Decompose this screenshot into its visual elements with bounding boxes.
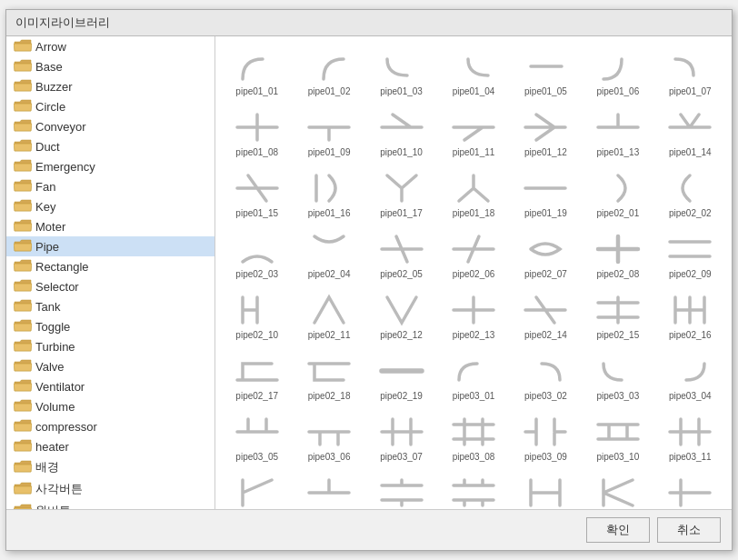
sidebar-item-ventilator[interactable]: Ventilator: [6, 376, 214, 396]
sidebar-item-key[interactable]: Key: [6, 196, 214, 216]
sidebar-item-label: 배경: [35, 459, 59, 475]
pipe-icon-image: [446, 109, 501, 145]
icon-cell-pipe03_15[interactable]: pipe03_15: [439, 470, 507, 509]
icon-label: pipe03_03: [596, 391, 639, 401]
sidebar-item-emergency[interactable]: Emergency: [6, 156, 214, 176]
icon-cell-pipe03_06[interactable]: pipe03_06: [294, 409, 363, 466]
sidebar-item-compressor[interactable]: compressor: [6, 416, 214, 436]
icon-cell-pipe02_05[interactable]: pipe02_05: [367, 226, 435, 284]
icon-cell-pipe03_16[interactable]: pipe03_16: [512, 470, 580, 509]
icon-cell-pipe02_03[interactable]: pipe02_03: [223, 226, 291, 284]
sidebar-item-rectangle[interactable]: Rectangle: [6, 256, 214, 276]
icon-cell-pipe03_14[interactable]: pipe03_14: [367, 470, 435, 509]
icon-cell-pipe03_13[interactable]: pipe03_13: [294, 470, 363, 509]
icon-cell-pipe01_08[interactable]: pipe01_08: [223, 105, 291, 162]
pipe-icon-image: [663, 414, 717, 450]
sidebar-item-bg[interactable]: 배경: [6, 456, 214, 478]
pipe-shape-svg: [234, 111, 281, 144]
sidebar-item-turbine[interactable]: Turbine: [6, 336, 214, 356]
icon-cell-pipe02_04[interactable]: pipe02_04: [294, 226, 363, 284]
sidebar-item-fan[interactable]: Fan: [6, 176, 214, 196]
icon-cell-pipe01_19[interactable]: pipe01_19: [512, 165, 580, 223]
icon-cell-pipe01_06[interactable]: pipe01_06: [583, 44, 652, 101]
sidebar-item-pipe[interactable]: Pipe: [6, 236, 214, 256]
sidebar-item-label: Conveyor: [35, 120, 86, 134]
icon-cell-pipe03_12[interactable]: pipe03_12: [223, 470, 291, 509]
icon-cell-pipe03_02[interactable]: pipe03_02: [512, 348, 580, 405]
icon-cell-pipe03_01[interactable]: pipe03_01: [439, 348, 507, 405]
icon-cell-pipe02_01[interactable]: pipe02_01: [583, 165, 652, 223]
icon-cell-pipe02_13[interactable]: pipe02_13: [439, 287, 507, 345]
pipe-icon-image: [374, 475, 429, 509]
icon-cell-pipe02_07[interactable]: pipe02_07: [512, 226, 580, 284]
icon-cell-pipe02_09[interactable]: pipe02_09: [656, 226, 724, 284]
icon-cell-pipe03_05[interactable]: pipe03_05: [223, 409, 291, 466]
sidebar-item-arrow[interactable]: Arrow: [6, 36, 214, 56]
icon-label: pipe01_17: [380, 208, 423, 218]
icon-cell-pipe01_05[interactable]: pipe01_05: [512, 44, 580, 101]
icon-cell-pipe02_06[interactable]: pipe02_06: [439, 226, 507, 284]
confirm-button[interactable]: 확인: [586, 517, 650, 543]
sidebar-item-selector[interactable]: Selector: [6, 276, 214, 296]
icon-cell-pipe03_04[interactable]: pipe03_04: [656, 348, 724, 405]
icon-cell-pipe03_03[interactable]: pipe03_03: [583, 348, 652, 405]
sidebar-item-base[interactable]: Base: [6, 56, 214, 76]
icon-cell-pipe03_10[interactable]: pipe03_10: [583, 409, 652, 466]
icon-cell-pipe02_14[interactable]: pipe02_14: [512, 287, 580, 345]
icon-label: pipe02_04: [308, 269, 351, 279]
icon-cell-pipe02_16[interactable]: pipe02_16: [656, 287, 724, 345]
icon-cell-pipe01_02[interactable]: pipe01_02: [294, 44, 363, 101]
icon-cell-pipe02_17[interactable]: pipe02_17: [223, 348, 291, 405]
icon-cell-pipe03_09[interactable]: pipe03_09: [512, 409, 580, 466]
sidebar-item-label: Toggle: [35, 320, 70, 334]
icon-cell-pipe02_12[interactable]: pipe02_12: [367, 287, 435, 345]
sidebar-item-tank[interactable]: Tank: [6, 296, 214, 316]
icon-cell-pipe01_18[interactable]: pipe01_18: [439, 165, 507, 223]
sidebar-item-circle[interactable]: Circle: [6, 96, 214, 116]
icon-cell-pipe03_11[interactable]: pipe03_11: [656, 409, 724, 466]
sidebar-item-toggle[interactable]: Toggle: [6, 316, 214, 336]
icon-cell-pipe01_09[interactable]: pipe01_09: [294, 105, 363, 162]
icon-cell-pipe01_17[interactable]: pipe01_17: [367, 165, 435, 223]
icon-cell-pipe01_03[interactable]: pipe01_03: [367, 44, 435, 101]
icon-cell-pipe01_14[interactable]: pipe01_14: [656, 105, 724, 162]
icon-cell-pipe03_07[interactable]: pipe03_07: [367, 409, 435, 466]
sidebar-item-duct[interactable]: Duct: [6, 136, 214, 156]
icon-cell-pipe01_10[interactable]: pipe01_10: [367, 105, 435, 162]
pipe-icon-image: [446, 231, 501, 267]
icon-cell-pipe02_15[interactable]: pipe02_15: [583, 287, 652, 345]
sidebar-item-heater[interactable]: heater: [6, 436, 214, 456]
icon-cell-pipe01_11[interactable]: pipe01_11: [439, 105, 507, 162]
icon-cell-pipe03_08[interactable]: pipe03_08: [439, 409, 507, 466]
folder-icon: [14, 439, 32, 454]
pipe-icon-image: [374, 231, 429, 267]
sidebar-item-buzzer[interactable]: Buzzer: [6, 76, 214, 96]
icon-cell-pipe02_19[interactable]: pipe02_19: [367, 348, 435, 405]
icon-cell-pipe01_12[interactable]: pipe01_12: [512, 105, 580, 162]
pipe-icon-image: [663, 475, 717, 509]
pipe-shape-svg: [305, 415, 353, 448]
cancel-button[interactable]: 취소: [657, 517, 721, 543]
sidebar-item-label: Key: [35, 200, 55, 214]
sidebar-item-valve[interactable]: Valve: [6, 356, 214, 376]
sidebar-item-round-btn[interactable]: 원버튼: [6, 500, 214, 509]
pipe-icon-image: [446, 292, 501, 328]
icon-cell-pipe02_08[interactable]: pipe02_08: [583, 226, 652, 284]
icon-cell-pipe01_16[interactable]: pipe01_16: [294, 165, 363, 223]
icon-cell-pipe01_07[interactable]: pipe01_07: [656, 44, 724, 101]
icon-cell-pipe03_17[interactable]: pipe03_17: [583, 470, 652, 509]
icon-cell-pipe02_02[interactable]: pipe02_02: [656, 165, 724, 223]
icon-cell-pipe02_18[interactable]: pipe02_18: [294, 348, 363, 405]
sidebar-item-rect-btn[interactable]: 사각버튼: [6, 478, 214, 500]
icon-cell-pipe01_01[interactable]: pipe01_01: [223, 44, 291, 101]
icon-cell-pipe02_10[interactable]: pipe02_10: [223, 287, 291, 345]
icon-cell-pipe01_04[interactable]: pipe01_04: [439, 44, 507, 101]
sidebar-item-moter[interactable]: Moter: [6, 216, 214, 236]
icon-cell-pipe02_11[interactable]: pipe02_11: [294, 287, 363, 345]
icon-cell-pipe01_13[interactable]: pipe01_13: [583, 105, 652, 162]
folder-icon: [14, 419, 32, 434]
sidebar-item-volume[interactable]: Volume: [6, 396, 214, 416]
icon-cell-pipe01_15[interactable]: pipe01_15: [223, 165, 291, 223]
icon-cell-pipe03_18[interactable]: pipe03_18: [656, 470, 724, 509]
sidebar-item-conveyor[interactable]: Conveyor: [6, 116, 214, 136]
